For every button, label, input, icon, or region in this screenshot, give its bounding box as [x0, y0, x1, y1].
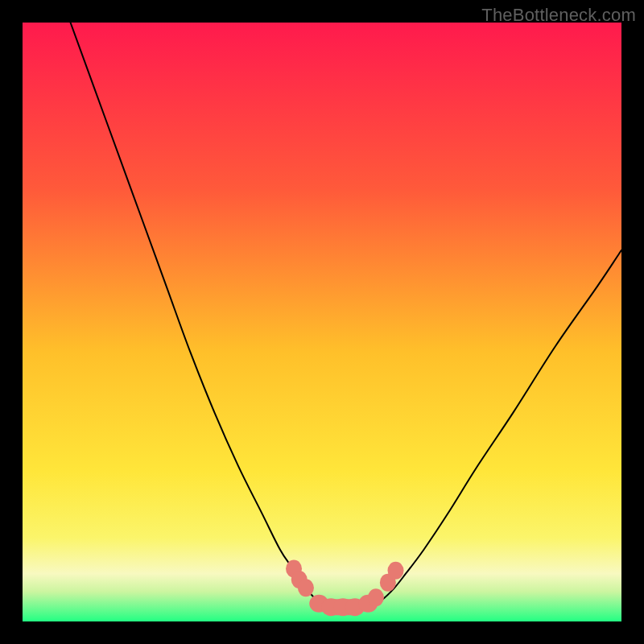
chart-frame: [23, 23, 621, 621]
highlight-marker: [368, 588, 384, 606]
highlight-marker: [298, 579, 314, 597]
bottleneck-chart: [23, 23, 621, 621]
gradient-panel: [23, 23, 621, 621]
watermark-text: TheBottleneck.com: [481, 5, 636, 26]
highlight-marker: [388, 562, 404, 580]
